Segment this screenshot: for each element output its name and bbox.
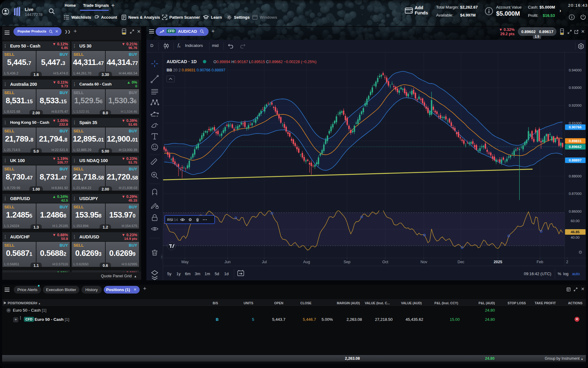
svg-text:09:16:42 (UTC): 09:16:42 (UTC) xyxy=(524,271,551,276)
svg-text:May: May xyxy=(181,260,189,264)
svg-text:5y: 5y xyxy=(167,271,172,276)
svg-text:0.87000: 0.87000 xyxy=(569,192,582,195)
svg-text:1d: 1d xyxy=(224,271,228,276)
svg-text:0.92000: 0.92000 xyxy=(569,104,582,107)
svg-text:46.85: 46.85 xyxy=(571,230,580,234)
svg-text:%: % xyxy=(558,271,561,276)
svg-text:O0.89894 H0.90167 L0.89515 C0.: O0.89894 H0.90167 L0.89515 C0.89662 −0.0… xyxy=(213,60,316,64)
svg-text:Jun: Jun xyxy=(224,260,231,264)
svg-text:Oct: Oct xyxy=(382,260,388,264)
svg-text:auto: auto xyxy=(572,271,580,276)
svg-text:2: 2 xyxy=(566,260,568,264)
svg-text:3m: 3m xyxy=(195,271,200,276)
svg-text:Jul: Jul xyxy=(262,260,267,264)
svg-text:0.88000: 0.88000 xyxy=(569,174,582,178)
svg-text:Feb: Feb xyxy=(537,260,543,264)
svg-text:‹: ‹ xyxy=(161,256,162,258)
svg-text:Aug: Aug xyxy=(303,260,310,264)
svg-text:1y: 1y xyxy=(176,271,181,276)
svg-text:5d: 5d xyxy=(215,271,219,276)
svg-text:RSI: RSI xyxy=(167,218,173,222)
svg-text:1m: 1m xyxy=(205,271,210,276)
svg-text:0.88897: 0.88897 xyxy=(569,158,582,162)
svg-text:Sep: Sep xyxy=(344,260,350,264)
svg-text:2025: 2025 xyxy=(494,260,502,264)
svg-text:0.89831: 0.89831 xyxy=(569,139,582,143)
svg-text:Nov: Nov xyxy=(420,260,428,264)
svg-text:40.00: 40.00 xyxy=(571,236,580,239)
svg-text:0.94000: 0.94000 xyxy=(569,68,582,72)
svg-text:60.00: 60.00 xyxy=(571,219,580,223)
svg-text:BB 20 2 0.89831 0.90766 0.8: BB 20 2 0.89831 0.90766 0.88897 xyxy=(167,68,225,72)
svg-text:log: log xyxy=(563,271,568,276)
svg-text:Dec: Dec xyxy=(458,260,464,264)
svg-text:6m: 6m xyxy=(185,271,190,276)
svg-text:0.89662: 0.89662 xyxy=(569,145,582,149)
svg-text:14: 14 xyxy=(174,218,178,222)
svg-text:0.90766: 0.90766 xyxy=(569,125,582,129)
svg-text:0.93000: 0.93000 xyxy=(569,86,582,89)
svg-text:0.86000: 0.86000 xyxy=(569,210,582,213)
svg-text:AUD/CAD · 1D: AUD/CAD · 1D xyxy=(167,59,197,64)
